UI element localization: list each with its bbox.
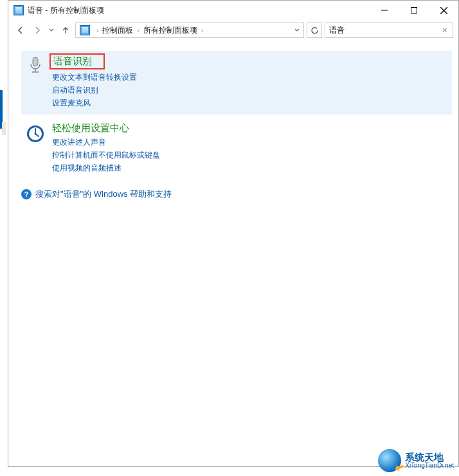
maximize-button[interactable] bbox=[399, 1, 429, 20]
search-input[interactable] bbox=[329, 26, 441, 35]
chevron-right-icon: › bbox=[199, 27, 206, 34]
window-title: 语音 - 所有控制面板项 bbox=[28, 5, 370, 16]
minimize-button[interactable] bbox=[370, 1, 399, 20]
result-group: 轻松使用设置中心 更改讲述人声音 控制计算机而不使用鼠标或键盘 使用视频的音频描… bbox=[21, 120, 452, 179]
refresh-button[interactable] bbox=[307, 23, 322, 38]
svg-rect-1 bbox=[411, 8, 417, 14]
results-area: 语音识别 更改文本到语音转换设置 启动语音识别 设置麦克风 轻松使用设置中心 更… bbox=[8, 43, 458, 466]
help-text: 搜索对"语音"的 Windows 帮助和支持 bbox=[35, 188, 172, 200]
help-link[interactable]: ? 搜索对"语音"的 Windows 帮助和支持 bbox=[21, 188, 452, 200]
history-dropdown-button[interactable] bbox=[47, 23, 56, 37]
title-bar: 语音 - 所有控制面板项 bbox=[8, 1, 458, 20]
watermark-url: XiTongTianDi.net bbox=[405, 462, 454, 469]
ease-of-access-icon bbox=[25, 124, 46, 144]
result-link[interactable]: 使用视频的音频描述 bbox=[52, 161, 122, 174]
result-title[interactable]: 轻松使用设置中心 bbox=[52, 122, 129, 134]
svg-rect-4 bbox=[33, 57, 38, 66]
chevron-right-icon: › bbox=[94, 27, 101, 34]
watermark-title: 系统天地 bbox=[405, 452, 454, 462]
help-icon: ? bbox=[21, 189, 32, 199]
app-icon bbox=[14, 5, 24, 15]
chevron-right-icon: › bbox=[134, 27, 141, 34]
control-panel-window: 语音 - 所有控制面板项 › 控制面 bbox=[8, 0, 459, 467]
close-button[interactable] bbox=[429, 1, 458, 20]
nav-bar: › 控制面板 › 所有控制面板项 › × bbox=[8, 20, 458, 43]
location-icon bbox=[80, 25, 90, 35]
svg-point-9 bbox=[35, 133, 37, 135]
result-link[interactable]: 启动语音识别 bbox=[52, 84, 98, 96]
up-button[interactable] bbox=[59, 23, 73, 37]
result-link[interactable]: 更改讲述人声音 bbox=[52, 136, 106, 149]
result-link[interactable]: 更改文本到语音转换设置 bbox=[52, 71, 137, 84]
result-link[interactable]: 设置麦克风 bbox=[52, 96, 91, 109]
search-box[interactable]: × bbox=[325, 23, 453, 38]
result-title[interactable]: 语音识别 bbox=[50, 53, 105, 69]
clear-search-button[interactable]: × bbox=[441, 25, 449, 35]
globe-icon bbox=[378, 449, 401, 472]
window-controls bbox=[370, 1, 458, 20]
forward-button[interactable] bbox=[30, 23, 44, 37]
breadcrumb-segment[interactable]: 所有控制面板项 bbox=[143, 25, 197, 36]
breadcrumb-segment[interactable]: 控制面板 bbox=[102, 25, 133, 36]
microphone-icon bbox=[25, 55, 46, 75]
chevron-down-icon[interactable] bbox=[294, 28, 300, 33]
result-group: 语音识别 更改文本到语音转换设置 启动语音识别 设置麦克风 bbox=[21, 51, 452, 114]
address-bar[interactable]: › 控制面板 › 所有控制面板项 › bbox=[75, 23, 304, 38]
back-button[interactable] bbox=[14, 23, 28, 37]
watermark: 系统天地 XiTongTianDi.net bbox=[378, 449, 454, 472]
result-link[interactable]: 控制计算机而不使用鼠标或键盘 bbox=[52, 149, 160, 161]
